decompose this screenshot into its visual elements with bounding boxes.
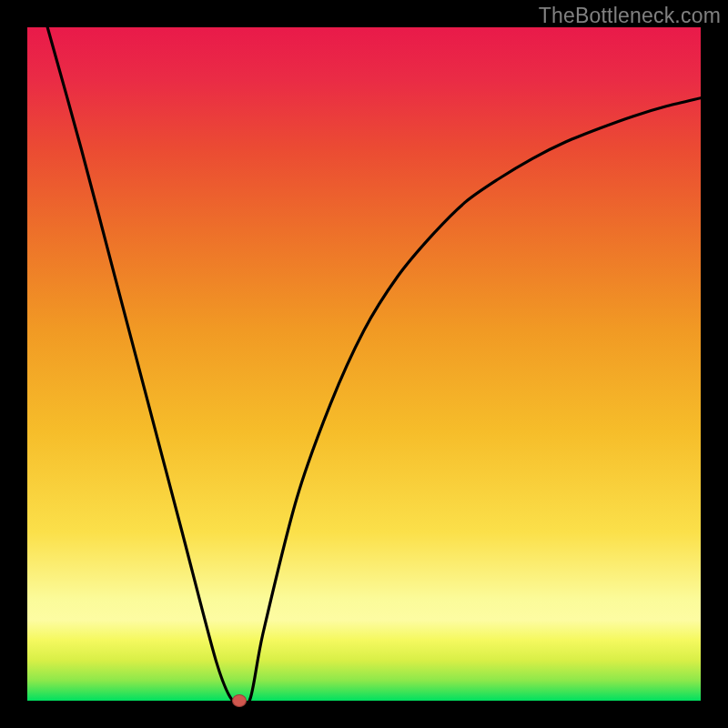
watermark-text: TheBottleneck.com [539, 4, 721, 28]
optimal-point-marker [232, 694, 247, 707]
bottleneck-curve [27, 27, 701, 701]
chart-frame: TheBottleneck.com [0, 0, 728, 728]
